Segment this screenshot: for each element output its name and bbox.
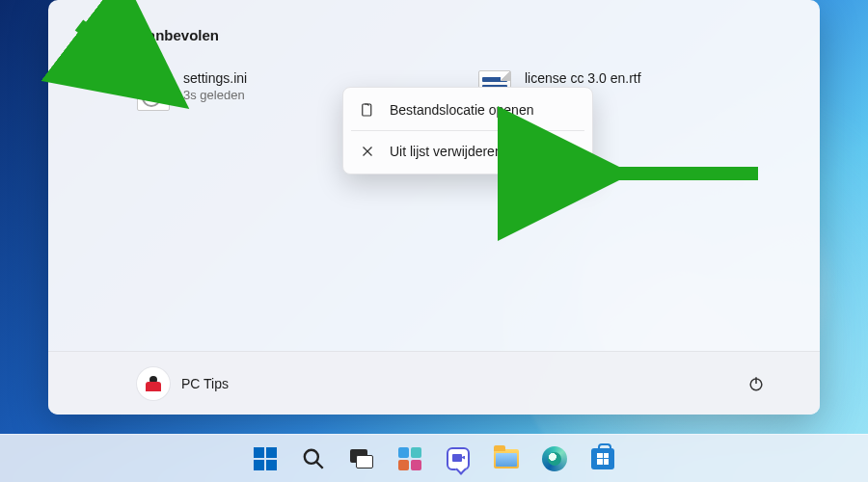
file-ini-icon — [137, 70, 170, 111]
taskbar — [0, 434, 868, 482]
annotation-arrow — [594, 154, 768, 197]
context-menu: Bestandslocatie openen Uit lijst verwijd… — [342, 87, 593, 174]
context-label: Uit lijst verwijderen — [390, 144, 502, 159]
taskbar-search-button[interactable] — [293, 439, 334, 479]
svg-line-6 — [316, 462, 323, 469]
context-label: Bestandslocatie openen — [390, 102, 533, 118]
file-time: 3s geleden — [183, 88, 247, 102]
svg-point-5 — [305, 449, 318, 463]
taskbar-edge-button[interactable] — [534, 439, 575, 479]
context-open-file-location[interactable]: Bestandslocatie openen — [343, 92, 592, 128]
context-separator — [351, 130, 584, 131]
open-location-icon — [359, 101, 376, 119]
recommended-heading: Aanbevolen — [137, 27, 762, 43]
store-icon — [591, 448, 614, 469]
chat-icon — [447, 447, 470, 470]
context-remove-from-list[interactable]: Uit lijst verwijderen — [343, 133, 592, 170]
taskbar-store-button[interactable] — [583, 439, 623, 479]
user-name: PC Tips — [181, 376, 229, 391]
edge-icon — [542, 446, 567, 471]
avatar-icon — [137, 367, 170, 400]
power-button[interactable] — [739, 366, 773, 401]
taskbar-start-button[interactable] — [245, 439, 285, 479]
start-menu-panel: Aanbevolen settings.ini 3s geleden licen… — [48, 0, 820, 415]
power-icon — [746, 374, 766, 393]
file-name: settings.ini — [183, 70, 247, 86]
taskbar-chat-button[interactable] — [438, 439, 478, 479]
search-icon — [301, 446, 326, 471]
svg-rect-0 — [363, 104, 371, 116]
windows-logo-icon — [254, 447, 277, 470]
user-account-button[interactable]: PC Tips — [137, 367, 229, 400]
task-view-icon — [350, 449, 373, 469]
taskbar-file-explorer-button[interactable] — [486, 439, 527, 479]
file-name: license cc 3.0 en.rtf — [525, 70, 641, 86]
folder-icon — [494, 449, 519, 469]
start-footer: PC Tips — [48, 351, 820, 415]
widgets-icon — [398, 447, 421, 470]
close-icon — [359, 143, 376, 160]
taskbar-taskview-button[interactable] — [341, 439, 382, 479]
taskbar-widgets-button[interactable] — [390, 439, 430, 479]
